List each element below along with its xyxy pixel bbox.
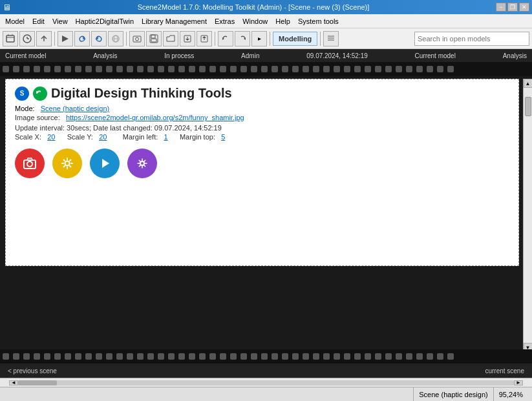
film-hole <box>220 353 226 360</box>
panel-title-row: S Digital Design Thinking Tools <box>15 86 509 101</box>
toolbar-align-btn[interactable] <box>323 31 339 46</box>
film-hole <box>209 66 216 72</box>
toolbar-btn-6[interactable] <box>91 31 107 46</box>
scroll-left-arrow[interactable]: ◄ <box>9 380 18 386</box>
redo-button[interactable] <box>235 31 250 46</box>
film-hole <box>251 353 257 360</box>
toolbar-export-btn[interactable] <box>180 31 195 46</box>
film-hole <box>106 353 112 360</box>
nav-bar: < previous scene current scene <box>0 364 532 378</box>
film-hole <box>65 66 71 72</box>
vertical-scrollbar[interactable]: ▲ ▼ <box>523 79 532 349</box>
menu-window[interactable]: Window <box>239 16 271 26</box>
mode-line: Mode: Scene (haptic design) <box>15 105 509 112</box>
toolbar-save-btn[interactable] <box>146 31 162 46</box>
camera-action-button[interactable] <box>15 149 45 178</box>
svg-marker-22 <box>202 36 206 38</box>
image-source-label: Image source: <box>15 114 60 121</box>
film-hole <box>44 66 50 72</box>
mode-label: Mode: <box>15 105 35 112</box>
menu-view[interactable]: View <box>48 16 72 26</box>
film-strip-top <box>0 62 532 76</box>
toolbar-import-btn[interactable] <box>197 31 212 46</box>
margin-left-value[interactable]: 1 <box>164 133 167 141</box>
restore-button[interactable]: ❐ <box>507 3 518 12</box>
svg-marker-8 <box>62 36 69 42</box>
toolbar-camera-btn[interactable] <box>129 31 145 46</box>
film-hole <box>447 353 454 360</box>
scale-x-value[interactable]: 20 <box>47 133 55 141</box>
film-hole <box>199 66 206 72</box>
minimize-button[interactable]: − <box>496 3 506 12</box>
mode-link[interactable]: Scene (haptic design) <box>41 105 109 112</box>
film-hole <box>240 353 247 360</box>
header-analysis-2: Analysis <box>503 52 527 59</box>
film-hole <box>354 353 361 360</box>
header-admin: Admin <box>241 52 259 59</box>
settings-action-button[interactable] <box>52 149 82 178</box>
status-scene: Scene (haptic design) <box>413 387 493 401</box>
film-hole <box>23 66 30 72</box>
menu-bar: Model Edit View Haptic2DigitalTwin Libra… <box>0 14 532 28</box>
panel-icon-s2m: S <box>15 87 29 101</box>
svg-rect-12 <box>133 36 141 42</box>
search-box[interactable] <box>414 32 529 46</box>
film-hole <box>354 66 361 72</box>
toolbar-btn-arrow[interactable]: ▸ <box>251 31 267 46</box>
film-hole <box>34 353 40 360</box>
scroll-down-arrow[interactable]: ▼ <box>524 343 533 349</box>
film-hole <box>209 353 216 360</box>
film-hole <box>375 66 381 72</box>
gear-action-button[interactable] <box>127 149 157 178</box>
scroll-h-thumb[interactable] <box>18 380 57 386</box>
play-action-button[interactable] <box>90 149 120 178</box>
film-hole <box>116 66 123 72</box>
menu-edit[interactable]: Edit <box>28 16 48 26</box>
toolbar-sep-2 <box>126 32 127 46</box>
black-canvas-area <box>0 269 532 349</box>
film-hole <box>385 66 392 72</box>
film-hole <box>323 353 330 360</box>
menu-extras[interactable]: Extras <box>211 16 239 26</box>
menu-system-tools[interactable]: System tools <box>294 16 343 26</box>
toolbar-open-btn[interactable] <box>163 31 178 46</box>
scale-y-value[interactable]: 20 <box>99 133 107 141</box>
toolbar-btn-1[interactable] <box>3 31 18 46</box>
film-hole <box>106 66 112 72</box>
image-source-url[interactable]: https://scene2model-qr.omilab.org/s2m/fu… <box>66 114 244 121</box>
scroll-up-arrow[interactable]: ▲ <box>524 79 533 88</box>
film-hole <box>189 66 195 72</box>
margin-top-value[interactable]: 5 <box>221 133 225 141</box>
menu-help[interactable]: Help <box>271 16 294 26</box>
menu-model[interactable]: Model <box>1 16 28 26</box>
scroll-right-arrow[interactable]: ► <box>514 380 523 386</box>
film-hole <box>416 66 423 72</box>
film-hole <box>189 353 195 360</box>
menu-haptic2digitaltwin[interactable]: Haptic2DigitalTwin <box>72 16 138 26</box>
film-hole <box>178 66 185 72</box>
film-hole <box>127 66 133 72</box>
film-hole <box>147 66 154 72</box>
film-hole <box>158 66 164 72</box>
close-button[interactable]: ✕ <box>519 3 529 12</box>
prev-scene-link[interactable]: < previous scene <box>8 367 57 375</box>
header-current-model: Current model <box>5 52 46 59</box>
menu-library[interactable]: Library Management <box>138 16 211 26</box>
toolbar-btn-7[interactable] <box>108 31 123 46</box>
action-buttons-row <box>15 149 509 178</box>
film-hole <box>303 353 309 360</box>
film-hole <box>85 66 92 72</box>
film-hole <box>168 66 175 72</box>
svg-rect-0 <box>6 36 14 42</box>
horizontal-scrollbar[interactable]: ◄ ► <box>0 378 532 387</box>
toolbar-btn-3[interactable] <box>36 31 52 46</box>
toolbar-btn-4[interactable] <box>58 31 73 46</box>
scroll-thumb[interactable] <box>525 97 531 116</box>
search-input[interactable] <box>418 35 526 43</box>
toolbar-btn-5[interactable] <box>74 31 90 46</box>
toolbar-sep-1 <box>54 32 55 46</box>
film-hole <box>168 353 175 360</box>
svg-marker-19 <box>186 39 189 41</box>
toolbar-btn-2[interactable] <box>19 31 35 46</box>
undo-button[interactable] <box>218 31 233 46</box>
